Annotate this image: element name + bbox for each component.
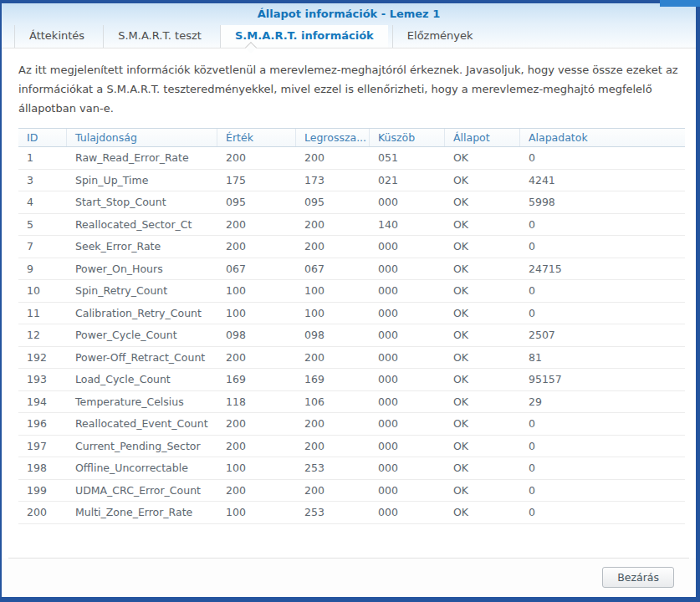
cell-rawdata: 0 <box>520 413 685 435</box>
table-row[interactable]: 12 Power_Cycle_Count 098 098 000 OK 2507 <box>18 324 685 347</box>
cell-status: OK <box>445 191 520 213</box>
cell-worst: 200 <box>296 347 370 369</box>
table-row[interactable]: 3 Spin_Up_Time 175 173 021 OK 4241 <box>18 170 685 192</box>
cell-value: 200 <box>217 214 296 236</box>
cell-threshold: 000 <box>370 258 445 280</box>
table-row[interactable]: 10 Spin_Retry_Count 100 100 000 OK 0 <box>18 280 685 303</box>
cell-id: 5 <box>18 214 67 236</box>
column-header-threshold[interactable]: Küszöb <box>370 129 445 146</box>
column-header-value[interactable]: Érték <box>217 129 296 146</box>
table-row[interactable]: 192 Power-Off_Retract_Count 200 200 000 … <box>18 347 685 370</box>
table-row[interactable]: 11 Calibration_Retry_Count 100 100 000 O… <box>18 303 685 325</box>
column-header-worst[interactable]: Legrossza... <box>296 129 370 146</box>
cell-rawdata: 24715 <box>520 258 685 280</box>
cell-threshold: 051 <box>370 147 445 169</box>
cell-id: 10 <box>18 280 67 302</box>
cell-id: 3 <box>18 170 67 191</box>
table-row[interactable]: 1 Raw_Read_Error_Rate 200 200 051 OK 0 <box>18 147 685 170</box>
cell-attribute: Power-Off_Retract_Count <box>67 347 217 369</box>
cell-id: 198 <box>18 457 67 479</box>
cell-worst: 098 <box>296 324 370 346</box>
cell-value: 200 <box>217 480 296 502</box>
cell-rawdata: 5998 <box>520 191 685 213</box>
cell-status: OK <box>445 324 520 346</box>
cell-worst: 169 <box>296 369 370 390</box>
cell-attribute: Power_On_Hours <box>67 258 217 280</box>
cell-rawdata: 0 <box>520 436 685 457</box>
cell-id: 197 <box>18 436 67 457</box>
cell-attribute: UDMA_CRC_Error_Count <box>67 480 217 502</box>
cell-id: 9 <box>18 258 67 280</box>
cell-attribute: Spin_Retry_Count <box>67 280 217 302</box>
cell-id: 199 <box>18 480 67 502</box>
cell-attribute: Reallocated_Event_Count <box>67 413 217 435</box>
cell-id: 12 <box>18 324 67 346</box>
cell-value: 200 <box>217 347 296 369</box>
cell-attribute: Power_Cycle_Count <box>67 324 217 346</box>
cell-status: OK <box>445 369 520 390</box>
cell-status: OK <box>445 303 520 324</box>
smart-attributes-table: ID Tulajdonság Érték Legrossza... Küszöb… <box>18 128 685 524</box>
cell-status: OK <box>445 502 520 523</box>
cell-id: 194 <box>18 391 67 413</box>
table-row[interactable]: 193 Load_Cycle_Count 169 169 000 OK 9515… <box>18 369 685 391</box>
cell-status: OK <box>445 457 520 479</box>
cell-worst: 253 <box>296 457 370 479</box>
column-header-id[interactable]: ID <box>18 129 67 146</box>
table-row[interactable]: 197 Current_Pending_Sector 200 200 000 O… <box>18 436 685 458</box>
cell-value: 169 <box>217 369 296 390</box>
tab-smart-test[interactable]: S.M.A.R.T. teszt <box>103 25 216 48</box>
cell-attribute: Start_Stop_Count <box>67 191 217 213</box>
cell-attribute: Spin_Up_Time <box>67 170 217 191</box>
cell-rawdata: 0 <box>520 480 685 502</box>
cell-status: OK <box>445 413 520 435</box>
cell-status: OK <box>445 236 520 258</box>
table-row[interactable]: 198 Offline_Uncorrectable 100 253 000 OK… <box>18 457 685 480</box>
cell-attribute: Raw_Read_Error_Rate <box>67 147 217 169</box>
cell-attribute: Offline_Uncorrectable <box>67 457 217 479</box>
smart-info-description: Az itt megjelenített információk közvetl… <box>2 48 696 128</box>
cell-threshold: 000 <box>370 191 445 213</box>
tab-history[interactable]: Előzmények <box>392 25 488 48</box>
table-row[interactable]: 196 Reallocated_Event_Count 200 200 000 … <box>18 413 685 436</box>
table-row[interactable]: 199 UDMA_CRC_Error_Count 200 200 000 OK … <box>18 480 685 503</box>
dialog-title: Állapot információk - Lemez 1 <box>258 8 441 20</box>
cell-rawdata: 0 <box>520 236 685 258</box>
cell-value: 200 <box>217 413 296 435</box>
cell-status: OK <box>445 391 520 413</box>
status-info-dialog: Állapot információk - Lemez 1 Áttekintés… <box>0 0 700 602</box>
cell-threshold: 000 <box>370 457 445 479</box>
cell-threshold: 000 <box>370 324 445 346</box>
cell-rawdata: 81 <box>520 347 685 369</box>
table-row[interactable]: 9 Power_On_Hours 067 067 000 OK 24715 <box>18 258 685 281</box>
close-button[interactable]: Bezárás <box>602 567 674 588</box>
column-header-rawdata[interactable]: Alapadatok <box>520 129 685 146</box>
cell-rawdata: 2507 <box>520 324 685 346</box>
column-header-status[interactable]: Állapot <box>445 129 520 146</box>
table-row[interactable]: 5 Reallocated_Sector_Ct 200 200 140 OK 0 <box>18 214 685 237</box>
cell-rawdata: 4241 <box>520 170 685 191</box>
column-header-attribute[interactable]: Tulajdonság <box>67 129 217 146</box>
cell-rawdata: 0 <box>520 214 685 236</box>
table-row[interactable]: 200 Multi_Zone_Error_Rate 100 253 000 OK… <box>18 502 685 524</box>
footer-divider <box>8 558 689 559</box>
cell-worst: 067 <box>296 258 370 280</box>
cell-worst: 200 <box>296 236 370 258</box>
tab-strip: Áttekintés S.M.A.R.T. teszt S.M.A.R.T. i… <box>2 25 696 48</box>
tab-overview[interactable]: Áttekintés <box>14 25 99 48</box>
table-row[interactable]: 7 Seek_Error_Rate 200 200 000 OK 0 <box>18 236 685 258</box>
cell-worst: 095 <box>296 191 370 213</box>
tab-smart-info[interactable]: S.M.A.R.T. információk <box>220 25 388 48</box>
cell-value: 118 <box>217 391 296 413</box>
cell-attribute: Reallocated_Sector_Ct <box>67 214 217 236</box>
cell-rawdata: 0 <box>520 457 685 479</box>
cell-worst: 106 <box>296 391 370 413</box>
cell-threshold: 000 <box>370 369 445 390</box>
cell-id: 200 <box>18 502 67 523</box>
cell-threshold: 000 <box>370 303 445 324</box>
cell-worst: 200 <box>296 214 370 236</box>
table-row[interactable]: 4 Start_Stop_Count 095 095 000 OK 5998 <box>18 191 685 214</box>
cell-status: OK <box>445 480 520 502</box>
table-row[interactable]: 194 Temperature_Celsius 118 106 000 OK 2… <box>18 391 685 414</box>
cell-rawdata: 0 <box>520 303 685 324</box>
